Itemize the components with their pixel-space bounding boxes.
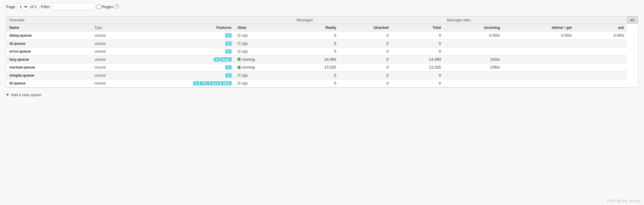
table-row[interactable]: error.queueclassicD idle000	[6, 47, 627, 56]
cell-features: D	[137, 71, 235, 79]
state-dot	[238, 58, 241, 61]
state-dot	[238, 50, 241, 53]
state-dot	[238, 74, 241, 77]
cell-ready: 14,493	[294, 55, 339, 63]
cell-ack	[575, 63, 627, 72]
page-label: Page	[6, 5, 15, 9]
regex-label: Regex	[102, 5, 114, 9]
regex-container: Regex ?	[97, 4, 120, 9]
help-icon[interactable]: ?	[114, 4, 119, 9]
table-row[interactable]: delay.queueclassicD idle0000.00/s0.00/s0…	[6, 32, 627, 40]
cell-incoming	[444, 79, 503, 87]
plus-minus-button[interactable]: +/-	[627, 17, 638, 24]
table-row[interactable]: normal.queueclassicD running13,325013,32…	[6, 63, 627, 72]
feature-tag: D	[226, 41, 232, 46]
cell-deliver-get	[503, 55, 575, 63]
cell-state: running	[235, 63, 294, 72]
queue-table-container: Overview Messages Message rates Name Typ…	[6, 16, 638, 88]
feature-tag: D	[193, 81, 199, 85]
add-queue-label: Add a new queue	[11, 93, 41, 97]
cell-incoming	[444, 47, 503, 56]
feature-tag: D	[214, 57, 220, 62]
cell-type: classic	[92, 71, 137, 79]
cell-incoming: 0.00/s	[444, 32, 503, 40]
cell-total: 0	[392, 71, 444, 79]
queue-tbody: delay.queueclassicD idle0000.00/s0.00/s0…	[6, 32, 627, 87]
cell-unacked: 0	[339, 63, 392, 72]
cell-ack	[575, 79, 627, 87]
cell-incoming	[444, 39, 503, 47]
cell-name[interactable]: error.queue	[6, 47, 92, 56]
col-header-type: Type	[92, 24, 137, 32]
state-dot	[238, 34, 241, 37]
cell-deliver-get: 0.00/s	[503, 32, 575, 40]
cell-ready: 0	[294, 32, 339, 40]
cell-total: 14,493	[392, 55, 444, 63]
cell-name[interactable]: normal.queue	[6, 63, 92, 72]
cell-name[interactable]: dl.queue	[6, 39, 92, 47]
cell-ready: 0	[294, 79, 339, 87]
cell-ready: 0	[294, 71, 339, 79]
table-row[interactable]: lazy.queueclassicDArgs running14,493014,…	[6, 55, 627, 63]
cell-unacked: 0	[339, 79, 392, 87]
cell-type: classic	[92, 63, 137, 72]
cell-type: classic	[92, 47, 137, 56]
cell-state: idle	[235, 39, 294, 47]
cell-features: DTTLDLXDLK	[137, 79, 235, 87]
cell-state: running	[235, 55, 294, 63]
of-label: of 1	[30, 5, 37, 9]
cell-features: D	[137, 32, 235, 40]
cell-ack	[575, 47, 627, 56]
cell-unacked: 0	[339, 32, 392, 40]
state-dot	[238, 66, 241, 69]
cell-features: D	[137, 47, 235, 56]
cell-ready: 0	[294, 39, 339, 47]
cell-type: classic	[92, 39, 137, 47]
col-header-name: Name	[6, 24, 92, 32]
cell-state: idle	[235, 47, 294, 56]
feature-tag: Args	[220, 57, 232, 62]
messages-section-header: Messages	[294, 17, 444, 24]
col-header-state: State	[235, 24, 294, 32]
cell-total: 0	[392, 32, 444, 40]
cell-features: D	[137, 39, 235, 47]
table-row[interactable]: simple.queueclassicD idle000	[6, 71, 627, 79]
cell-ack	[575, 71, 627, 79]
feature-tag: DLK	[221, 81, 232, 85]
page-select[interactable]: 1	[17, 3, 28, 10]
cell-deliver-get	[503, 63, 575, 72]
cell-unacked: 0	[339, 39, 392, 47]
col-header-incoming: incoming	[444, 24, 503, 32]
cell-name[interactable]: simple.queue	[6, 71, 92, 79]
col-header-deliver-get: deliver / get	[503, 24, 575, 32]
cell-ready: 0	[294, 47, 339, 56]
cell-deliver-get	[503, 71, 575, 79]
cell-type: classic	[92, 55, 137, 63]
table-row[interactable]: ttl.queueclassicDTTLDLXDLK idle000	[6, 79, 627, 87]
col-header-ack: ack	[575, 24, 627, 32]
cell-name[interactable]: ttl.queue	[6, 79, 92, 87]
filter-input[interactable]	[53, 3, 95, 10]
cell-deliver-get	[503, 47, 575, 56]
cell-name[interactable]: lazy.queue	[6, 55, 92, 63]
column-header-row: Name Type Features State Ready Unacked T…	[6, 24, 627, 32]
feature-tag: TTL	[200, 81, 210, 85]
cell-total: 0	[392, 39, 444, 47]
cell-type: classic	[92, 32, 137, 40]
add-queue-section[interactable]: Add a new queue	[6, 93, 638, 97]
cell-type: classic	[92, 79, 137, 87]
regex-checkbox[interactable]	[97, 5, 101, 9]
col-header-unacked: Unacked	[339, 24, 392, 32]
cell-ack	[575, 39, 627, 47]
message-rates-section-header: Message rates	[444, 17, 627, 24]
cell-features: D	[137, 63, 235, 72]
col-header-total: Total	[392, 24, 444, 32]
cell-unacked: 0	[339, 71, 392, 79]
state-dot	[238, 82, 241, 85]
feature-tag: D	[226, 33, 232, 38]
table-row[interactable]: dl.queueclassicD idle000	[6, 39, 627, 47]
cell-name[interactable]: delay.queue	[6, 32, 92, 40]
cell-ack	[575, 55, 627, 63]
overview-section-header: Overview	[6, 17, 294, 24]
pagination-bar: Page 1 of 1 - Filter: Regex ?	[6, 3, 638, 10]
